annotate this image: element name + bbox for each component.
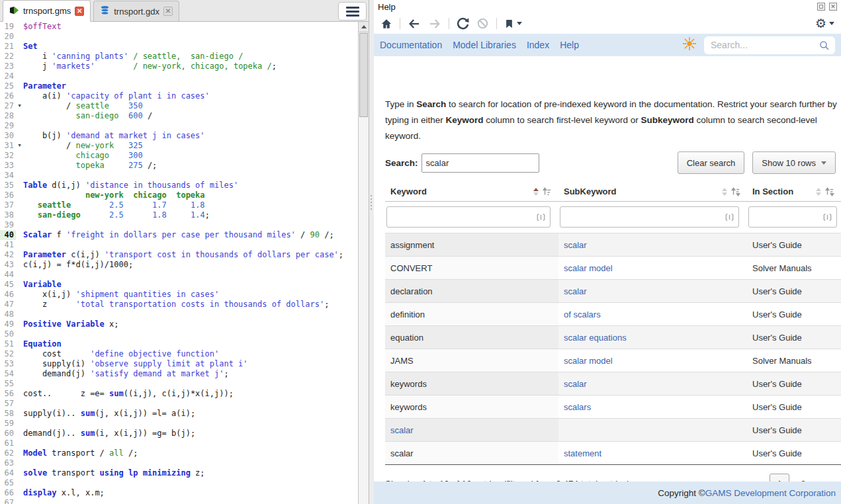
keyword-filter-input[interactable] (386, 206, 551, 228)
keyword-cell[interactable]: scalar (390, 425, 414, 435)
code-line: 30 b(j) 'demand at market j in cases' (0, 131, 358, 141)
chevron-down-icon (821, 161, 826, 165)
table-row: assignmentscalarUser's Guide (385, 233, 841, 257)
copyright-bar: Copyright © GAMS Development Corporation (374, 482, 841, 504)
keyword-cell: definition (390, 310, 425, 319)
fold-marker-icon[interactable]: ▼ (16, 101, 23, 111)
page-1-button[interactable]: 1 (770, 474, 789, 482)
section-cell: User's Guide (752, 379, 802, 389)
search-label: Search: (385, 158, 418, 168)
splitter-handle (371, 195, 372, 210)
code-line: 19$offText (0, 22, 358, 32)
table-footer: Showing 1 to 10 of 16 entries (filtered … (385, 474, 836, 482)
code-editor[interactable]: 19$offText2021Set22 i 'canning plants' /… (0, 22, 358, 504)
editor-menu-button[interactable] (338, 2, 367, 21)
section-cell: User's Guide (752, 448, 802, 458)
keyword-cell: equation (390, 333, 423, 343)
nav-link-model-libraries[interactable]: Model Libraries (453, 40, 516, 50)
subkeyword-filter-input[interactable] (560, 206, 739, 228)
doc-search-input[interactable] (704, 36, 835, 54)
tab-trnsport-gms[interactable]: trnsport.gms ✕ (3, 0, 91, 22)
code-line: 54 demand(j) 'satisfy demand at market j… (0, 369, 358, 379)
sort-arrows-icon (722, 188, 727, 196)
code-line: 66display x.l, x.m; (0, 488, 358, 498)
stop-icon[interactable] (476, 17, 489, 30)
column-header-subkeyword[interactable]: SubKeyword (558, 187, 747, 196)
subkeyword-link[interactable]: scalar model (564, 263, 613, 273)
help-settings[interactable]: ⚙ (815, 17, 834, 30)
code-line: 37 seattle 2.5 1.7 1.8 (0, 200, 358, 210)
code-line: 57 (0, 399, 358, 409)
subkeyword-link[interactable]: statement (564, 448, 601, 458)
code-line: 26 a(i) 'capacity of plant i in cases' (0, 91, 358, 101)
keyword-cell: CONVERT (390, 263, 432, 273)
intro-text: Type in Search to search for location of… (385, 97, 840, 144)
scrollbar-thumb[interactable] (359, 33, 368, 117)
home-icon[interactable] (380, 18, 392, 30)
subkeyword-link[interactable]: scalar (564, 240, 587, 250)
code-line: 52 cost 'define objective function' (0, 349, 358, 359)
bookmark-dropdown-icon[interactable] (517, 22, 522, 25)
code-lines: 19$offText2021Set22 i 'canning plants' /… (0, 22, 358, 504)
code-line: 34 (0, 171, 358, 181)
gear-icon[interactable]: ⚙ (815, 17, 826, 30)
editor-scrollbar[interactable] (358, 22, 369, 504)
code-line: 23 j 'markets' / new-york, chicago, tope… (0, 62, 358, 71)
nav-link-documentation[interactable]: Documentation (380, 40, 442, 50)
code-line: 67 (0, 498, 358, 504)
code-line: 39 (0, 220, 358, 230)
table-row: scalarstatementUser's Guide (385, 442, 841, 465)
code-line: 53 supply(i) 'observe supply limit at pl… (0, 359, 358, 369)
show-rows-select[interactable]: Show 10 rows (752, 151, 836, 174)
help-titlebar: Help ✕ (374, 0, 841, 13)
table-row: keywordsscalarsUser's Guide (385, 396, 841, 419)
column-header-section[interactable]: In Section (747, 187, 841, 196)
subkeyword-link[interactable]: scalar equations (564, 333, 627, 343)
keyword-search-input[interactable] (421, 153, 539, 173)
nav-link-index[interactable]: Index (527, 40, 549, 50)
clear-search-button[interactable]: Clear search (678, 151, 745, 174)
code-line: 33 topeka 275 /; (0, 161, 358, 171)
float-panel-icon[interactable] (817, 3, 825, 11)
close-tab-icon[interactable]: ✕ (75, 7, 84, 16)
reload-icon[interactable] (457, 17, 469, 30)
code-line: 56cost.. z =e= sum((i,j), c(i,j)*x(i,j))… (0, 389, 358, 399)
section-cell: User's Guide (752, 333, 802, 343)
subkeyword-link[interactable]: of scalars (564, 310, 601, 319)
code-line: 42Parameter c(i,j) 'transport cost in th… (0, 250, 358, 260)
code-line: 60demand(j).. sum(i, x(i,j)) =g= b(j); (0, 429, 358, 439)
subkeyword-link[interactable]: scalar (564, 379, 587, 389)
code-line: 47 z 'total transportation costs in thou… (0, 300, 358, 310)
nav-link-help[interactable]: Help (560, 40, 579, 50)
column-filter-icon (725, 212, 734, 222)
help-content: Type in Search to search for location of… (374, 56, 841, 482)
subkeyword-link[interactable]: scalars (564, 402, 591, 412)
keyword-cell: keywords (390, 402, 427, 412)
tab-trnsport-gdx[interactable]: trnsport.gdx ✕ (93, 1, 179, 21)
table-row: CONVERTscalar modelSolver Manuals (385, 257, 841, 280)
pane-splitter[interactable] (369, 0, 374, 504)
section-cell: User's Guide (752, 240, 802, 250)
sort-order-icon (825, 187, 834, 196)
theme-sun-icon[interactable] (682, 36, 697, 54)
column-filter-icon (536, 212, 546, 222)
settings-dropdown-icon[interactable] (829, 22, 834, 25)
column-header-keyword[interactable]: Keyword (385, 187, 558, 196)
subkeyword-link[interactable]: scalar model (564, 356, 613, 366)
subkeyword-link[interactable]: scalar (564, 286, 587, 296)
code-line: 45Variable (0, 280, 358, 290)
code-line: 40Scalar f 'freight in dollars per case … (0, 230, 358, 240)
close-tab-icon[interactable]: ✕ (163, 7, 173, 16)
code-line: 50 (0, 329, 358, 339)
table-row: JAMSscalar modelSolver Manuals (385, 349, 841, 372)
forward-icon[interactable] (428, 18, 441, 30)
gams-corporation-link[interactable]: GAMS Development Corporation (705, 488, 836, 498)
fold-marker-icon[interactable]: ▼ (16, 141, 23, 151)
scroll-up-arrow-icon[interactable] (359, 22, 369, 32)
code-line: 21Set (0, 42, 358, 52)
close-panel-icon[interactable]: ✕ (829, 3, 837, 11)
code-line: 22 i 'canning plants' / seattle, san-die… (0, 52, 358, 62)
bookmark-icon[interactable] (504, 18, 522, 30)
code-line: 64solve transport using lp minimizing z; (0, 468, 358, 478)
back-icon[interactable] (408, 18, 421, 30)
